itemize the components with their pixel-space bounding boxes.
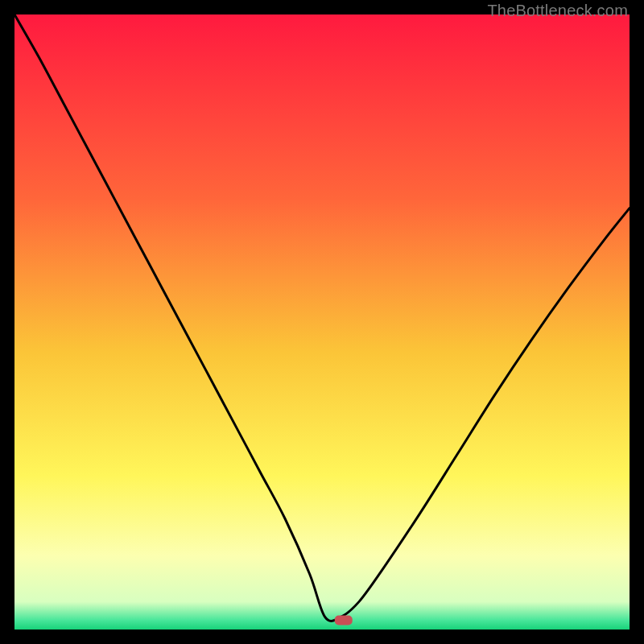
optimal-point-marker [335,616,353,625]
chart-background [14,14,630,630]
bottleneck-chart [14,14,630,630]
chart-frame [14,14,630,630]
watermark-text: TheBottleneck.com [487,2,628,20]
